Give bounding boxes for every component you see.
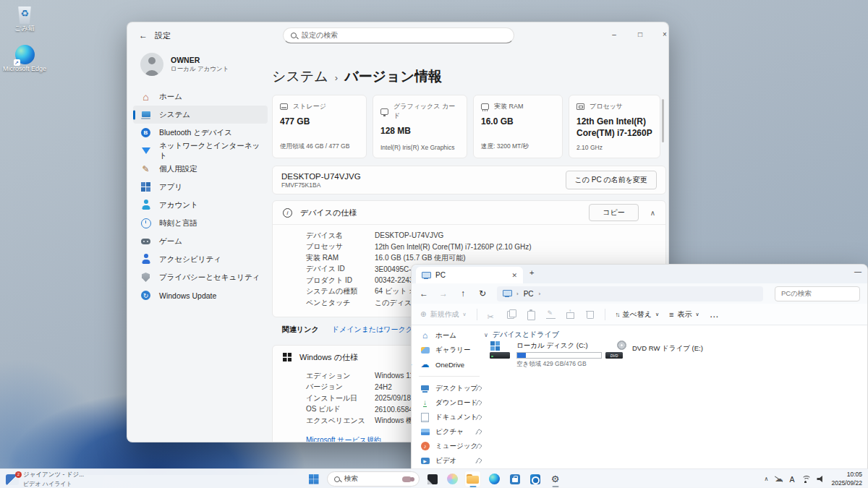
onedrive-tray-icon[interactable]: ☁ [775, 475, 783, 483]
sidebar-item-home[interactable]: ホーム [414, 328, 484, 343]
address-bar: ← → ↑ ↻ › PC › PCの検索 [412, 283, 867, 304]
taskbar-copilot[interactable] [444, 471, 461, 487]
taskbar-file-explorer[interactable] [464, 471, 481, 487]
widget-headline: ジャイアンツ - ドジ... [23, 471, 84, 479]
maximize-button[interactable]: □ [631, 28, 650, 41]
taskbar-search-input[interactable]: 検索 [327, 471, 420, 487]
bluetooth-icon [140, 127, 151, 138]
network-icon [140, 145, 151, 156]
hidden-icons-chevron[interactable]: ∧ [765, 476, 769, 482]
back-icon[interactable]: ← [419, 288, 429, 299]
sidebar-item-windows-update[interactable]: Windows Update [133, 286, 268, 304]
sidebar-item-home[interactable]: ホーム [133, 87, 268, 106]
sidebar-item-music[interactable]: ミュージック [414, 439, 484, 453]
search-icon [334, 476, 340, 482]
settings-search-input[interactable]: 設定の検索 [283, 27, 514, 43]
sidebar-item-desktop[interactable]: デスクトップ [414, 381, 484, 395]
cut-icon[interactable] [488, 309, 497, 319]
rename-pc-button[interactable]: この PC の名前を変更 [566, 171, 657, 189]
tab-close-icon[interactable]: ✕ [511, 272, 517, 279]
device-name-panel: DESKTOP-U74VJVG FMVF75K1BA この PC の名前を変更 [272, 166, 666, 194]
widgets-icon: 2 [6, 474, 19, 485]
taskbar-store[interactable] [506, 471, 523, 487]
windows-update-icon [140, 290, 151, 301]
copy-icon[interactable] [507, 309, 516, 319]
sidebar-item-onedrive[interactable]: ›OneDrive [414, 357, 484, 372]
sidebar-item-bluetooth[interactable]: Bluetooth とデバイス [133, 124, 268, 142]
drive-c-tile[interactable]: ローカル ディスク (C:) 空き領域 429 GB/476 GB [490, 341, 602, 369]
desktop-icon-recycle-bin[interactable]: ごみ箱 [1, 4, 48, 33]
volume-icon[interactable] [817, 476, 825, 482]
sidebar-item-gallery[interactable]: ギャラリー [414, 343, 484, 357]
sidebar-item-accessibility[interactable]: アクセシビリティ [133, 250, 268, 268]
accessibility-icon [140, 254, 151, 265]
sidebar-item-videos[interactable]: ビデオ [414, 453, 484, 468]
copy-button[interactable]: コピー [589, 204, 638, 221]
sort-button[interactable]: ↑↓ 並べ替え ∨ [616, 309, 660, 320]
user-account[interactable]: OWNER ローカル アカウント [140, 53, 229, 76]
taskbar-app-dark[interactable] [424, 471, 441, 487]
taskbar-outlook[interactable] [527, 471, 543, 487]
view-button[interactable]: ≡ 表示 ∨ [669, 309, 699, 320]
paste-icon[interactable] [527, 309, 536, 319]
clock[interactable]: 10:05 2025/09/22 [831, 471, 862, 487]
refresh-icon[interactable]: ↻ [477, 288, 488, 299]
up-icon[interactable]: ↑ [458, 288, 468, 299]
more-options-icon[interactable]: … [710, 312, 720, 317]
sidebar-item-personalization[interactable]: 個人用設定 [133, 160, 268, 178]
store-icon [510, 474, 520, 484]
share-icon[interactable] [566, 309, 575, 319]
minimize-button[interactable]: – [605, 28, 624, 41]
widgets-button[interactable]: 2 ジャイアンツ - ドジ... ビデオ ハイライト [6, 471, 84, 488]
expand-chevron-icon[interactable]: › [411, 361, 412, 368]
sidebar-item-pictures[interactable]: ピクチャ [414, 424, 484, 439]
taskbar-settings[interactable]: ⚙ [547, 471, 563, 487]
sidebar-item-documents[interactable]: ドキュメント [414, 410, 484, 424]
copilot-icon [447, 474, 458, 484]
dvd-drive-tile[interactable]: DVD RW ドライブ (E:) [605, 341, 703, 359]
sidebar-item-privacy[interactable]: プライバシーとセキュリティ [133, 268, 268, 286]
ime-indicator[interactable]: A [789, 475, 794, 484]
chevron-up-icon[interactable]: ∧ [650, 209, 655, 217]
back-button[interactable]: ← [136, 29, 150, 42]
explorer-minimize-button[interactable]: — [854, 267, 861, 275]
delete-icon[interactable] [585, 309, 595, 319]
sidebar-item-time-language[interactable]: 時刻と言語 [133, 214, 268, 232]
rename-icon[interactable] [546, 309, 556, 319]
close-button[interactable]: × [655, 28, 669, 41]
wallpaper-bloom-2 [0, 293, 145, 488]
sidebar-item-apps[interactable]: アプリ [133, 178, 268, 196]
system-tray: ∧ ☁ A 10:05 2025/09/22 [765, 469, 868, 488]
new-tab-button[interactable]: + [529, 268, 534, 277]
sidebar-item-gaming[interactable]: ゲーム [133, 232, 268, 250]
start-button[interactable] [305, 471, 322, 487]
spec-row: プロセッサ12th Gen Intel(R) Core(TM) i7-1260P… [306, 241, 665, 253]
sidebar-item-network[interactable]: ネットワークとインターネット [133, 142, 268, 160]
explorer-window: PC ✕ + — ← → ↑ ↻ › PC › PCの検索 ⊕ 新規作成 ∨ [411, 264, 868, 488]
system-icon [140, 109, 151, 120]
sidebar-item-downloads[interactable]: ダウンロード [414, 395, 484, 410]
card-gpu: グラフィックス カード 128 MB Intel(R) Iris(R) Xe G… [373, 95, 467, 158]
breadcrumb-separator-icon: › [539, 291, 541, 297]
drive-usage-bar [516, 352, 602, 359]
wifi-icon[interactable] [801, 476, 810, 483]
sidebar-item-accounts[interactable]: アカウント [133, 196, 268, 214]
info-icon: i [283, 208, 292, 218]
explorer-tab-pc[interactable]: PC ✕ [416, 267, 523, 283]
storage-icon [280, 103, 288, 110]
explorer-toolbar: ⊕ 新規作成 ∨ ↑↓ 並べ替え ∨ ≡ 表示 ∨ … [412, 304, 867, 325]
gallery-icon [420, 346, 430, 355]
new-item-button[interactable]: ⊕ 新規作成 ∨ [420, 309, 467, 320]
taskbar-edge[interactable] [486, 471, 503, 487]
breadcrumb-bar[interactable]: › PC › [497, 286, 763, 301]
sidebar-item-system[interactable]: システム [133, 106, 268, 124]
explorer-search-input[interactable]: PCの検索 [775, 286, 860, 301]
scrollbar[interactable] [662, 99, 664, 142]
device-spec-header[interactable]: i デバイスの仕様 コピー ∧ [273, 201, 665, 224]
forward-icon[interactable]: → [438, 288, 448, 299]
home-icon [140, 91, 151, 102]
breadcrumb-system[interactable]: システム [272, 67, 328, 86]
desktop-icon-edge[interactable]: ↗ Microsoft Edge [1, 45, 48, 73]
breadcrumb-pc[interactable]: PC [524, 290, 534, 298]
devices-drives-header[interactable]: ∨ デバイスとドライブ [484, 330, 559, 340]
